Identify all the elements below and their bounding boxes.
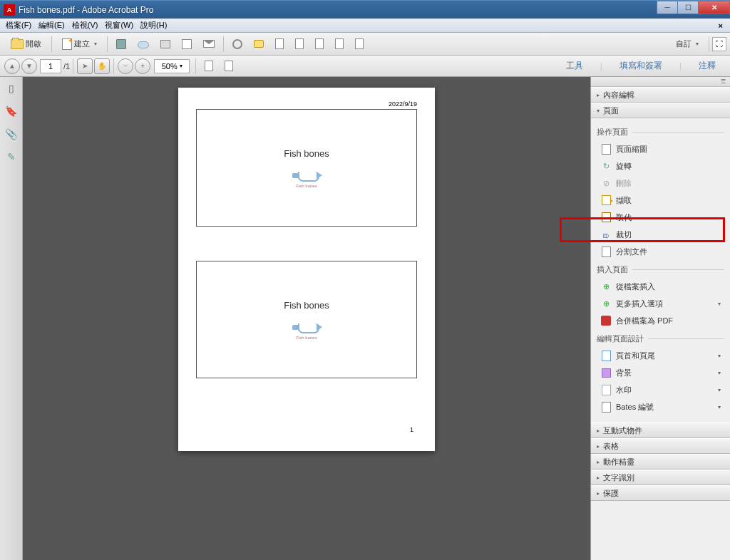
menu-window[interactable]: 視窗(W) bbox=[101, 19, 137, 32]
tools-panel: ☰ 內容編輯 頁面 操作頁面 頁面縮圖 ↻旋轉 ⊘刪除 擷取 取代 ⎄裁切 分割… bbox=[590, 77, 730, 560]
tool-merge[interactable]: 合併檔案為 PDF bbox=[597, 312, 724, 329]
tb-btn-6[interactable] bbox=[270, 36, 289, 53]
section-manipulate: 操作頁面 bbox=[597, 127, 724, 138]
fish-logo bbox=[292, 323, 321, 333]
settings-button[interactable] bbox=[227, 36, 247, 53]
zoom-in-button[interactable]: + bbox=[135, 58, 150, 74]
tool-header-footer[interactable]: 頁首和頁尾▾ bbox=[597, 347, 724, 364]
zoom-select[interactable]: 50% ▾ bbox=[154, 59, 190, 73]
mail-icon bbox=[203, 40, 215, 48]
tool-more-insert[interactable]: ⊕更多插入選項▾ bbox=[597, 295, 724, 312]
tool-rotate[interactable]: ↻旋轉 bbox=[597, 157, 724, 175]
document-area[interactable]: 2022/9/19 Fish bones Fish bones Fish bon… bbox=[23, 77, 590, 560]
page-tools-body: 操作頁面 頁面縮圖 ↻旋轉 ⊘刪除 擷取 取代 ⎄裁切 分割文件 插入頁面 ⊕從… bbox=[591, 118, 730, 422]
attachments-icon[interactable]: 📎 bbox=[4, 127, 19, 141]
section-insert: 插入頁面 bbox=[597, 264, 724, 275]
comment-link[interactable]: 注釋 bbox=[690, 57, 724, 75]
page-input[interactable] bbox=[40, 59, 61, 73]
comment-icon bbox=[254, 40, 264, 48]
bookmarks-icon[interactable]: 🔖 bbox=[4, 104, 19, 118]
signatures-icon[interactable]: ✎ bbox=[4, 150, 19, 164]
cloud-button[interactable] bbox=[133, 36, 154, 53]
edit-button[interactable] bbox=[177, 36, 197, 53]
main-toolbar: 開啟 建立 自訂 ⛶ bbox=[0, 33, 730, 56]
thumbnails-icon[interactable]: ▯ bbox=[4, 81, 19, 95]
comment-button[interactable] bbox=[249, 36, 269, 53]
fit-width-button[interactable] bbox=[200, 58, 218, 75]
accordion-interactive[interactable]: 互動式物件 bbox=[591, 422, 730, 438]
pdf-page: 2022/9/19 Fish bones Fish bones Fish bon… bbox=[178, 88, 435, 451]
tool-delete: ⊘刪除 bbox=[597, 175, 724, 192]
tb-btn-8[interactable] bbox=[310, 36, 329, 53]
gear-icon bbox=[232, 39, 242, 49]
accordion-ocr[interactable]: 文字識別 bbox=[591, 470, 730, 485]
open-button[interactable]: 開啟 bbox=[4, 36, 48, 53]
page-icon bbox=[315, 38, 324, 49]
minimize-button[interactable]: ─ bbox=[657, 1, 678, 14]
menu-edit[interactable]: 編輯(E) bbox=[35, 19, 68, 32]
fit-page-button[interactable] bbox=[220, 58, 238, 75]
tool-background[interactable]: 背景▾ bbox=[597, 364, 724, 381]
print-icon bbox=[160, 40, 170, 48]
zoom-out-button[interactable]: − bbox=[118, 58, 133, 74]
tool-crop[interactable]: ⎄裁切 bbox=[597, 226, 724, 243]
save-icon bbox=[116, 39, 126, 49]
tb-btn-10[interactable] bbox=[350, 36, 369, 53]
save-button[interactable] bbox=[111, 36, 131, 53]
accordion-action[interactable]: 動作精靈 bbox=[591, 454, 730, 470]
tools-link[interactable]: 工具 bbox=[557, 57, 592, 75]
tool-split[interactable]: 分割文件 bbox=[597, 243, 724, 260]
menu-view[interactable]: 檢視(V) bbox=[68, 19, 102, 32]
folder-icon bbox=[11, 39, 24, 49]
edit-icon bbox=[182, 39, 192, 49]
fit-icon bbox=[225, 61, 233, 71]
menu-help[interactable]: 說明(H) bbox=[137, 19, 170, 32]
slide-title: Fish bones bbox=[284, 148, 329, 159]
tool-bates[interactable]: Bates 編號▾ bbox=[597, 398, 724, 415]
page-up-button[interactable]: ▲ bbox=[4, 58, 20, 74]
accordion-content-edit[interactable]: 內容編輯 bbox=[591, 87, 730, 103]
accordion-forms[interactable]: 表格 bbox=[591, 438, 730, 454]
print-button[interactable] bbox=[155, 36, 175, 53]
close-button[interactable]: ✕ bbox=[698, 1, 730, 14]
fit-icon bbox=[205, 61, 213, 71]
tool-insert-from-file[interactable]: ⊕從檔案插入 bbox=[597, 278, 724, 295]
nav-toolbar: ▲ ▼ /1 ➤ ✋ − + 50% ▾ 工具 | 填寫和簽署 | 注釋 bbox=[0, 56, 730, 77]
tool-watermark[interactable]: 水印▾ bbox=[597, 381, 724, 398]
slide-1: Fish bones Fish bones bbox=[196, 109, 417, 227]
maximize-button[interactable]: ☐ bbox=[677, 1, 699, 14]
left-rail: ▯ 🔖 📎 ✎ bbox=[0, 77, 23, 560]
tool-replace[interactable]: 取代 bbox=[597, 209, 724, 226]
menu-file[interactable]: 檔案(F) bbox=[2, 19, 35, 32]
section-design: 編輯頁面設計 bbox=[597, 333, 724, 344]
tb-btn-7[interactable] bbox=[290, 36, 309, 53]
window-title: Fish bones.pdf - Adobe Acrobat Pro bbox=[19, 5, 153, 15]
app-icon: A bbox=[4, 4, 15, 16]
customize-button[interactable]: 自訂 bbox=[669, 36, 705, 53]
tool-page-thumbnails[interactable]: 頁面縮圖 bbox=[597, 140, 724, 157]
page-icon bbox=[275, 38, 284, 49]
page-icon bbox=[295, 38, 304, 49]
hand-tool[interactable]: ✋ bbox=[94, 58, 110, 74]
cloud-icon bbox=[138, 41, 149, 48]
menubar: 檔案(F) 編輯(E) 檢視(V) 視窗(W) 說明(H) × bbox=[0, 19, 730, 33]
mail-button[interactable] bbox=[198, 36, 220, 53]
create-button[interactable]: 建立 bbox=[56, 36, 103, 53]
create-icon bbox=[62, 38, 72, 50]
accordion-protect[interactable]: 保護 bbox=[591, 485, 730, 501]
panel-menu-icon[interactable]: ☰ bbox=[719, 78, 727, 85]
page-down-button[interactable]: ▼ bbox=[21, 58, 37, 74]
fillsign-link[interactable]: 填寫和簽署 bbox=[611, 57, 671, 75]
page-number: 1 bbox=[410, 426, 413, 433]
select-tool[interactable]: ➤ bbox=[77, 58, 93, 74]
fish-logo bbox=[292, 172, 321, 182]
tb-btn-9[interactable] bbox=[330, 36, 349, 53]
page-icon bbox=[355, 38, 364, 49]
logo-subtitle: Fish bones bbox=[296, 336, 317, 340]
fullscreen-button[interactable]: ⛶ bbox=[712, 37, 726, 51]
logo-subtitle: Fish bones bbox=[296, 184, 317, 188]
accordion-page[interactable]: 頁面 bbox=[591, 103, 730, 118]
page-date: 2022/9/19 bbox=[389, 100, 417, 108]
tool-extract[interactable]: 擷取 bbox=[597, 192, 724, 209]
doc-close-button[interactable]: × bbox=[715, 20, 726, 31]
